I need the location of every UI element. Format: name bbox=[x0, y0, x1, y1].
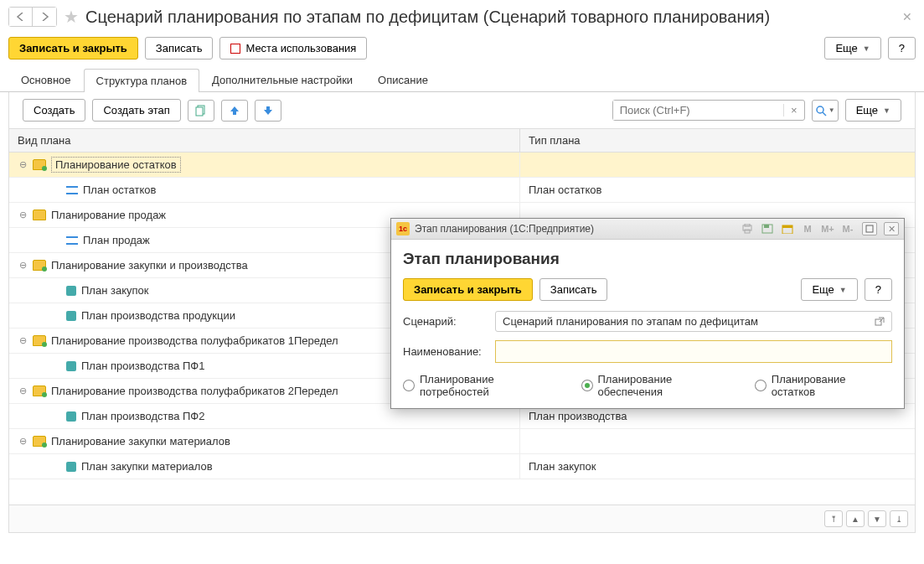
svg-rect-8 bbox=[764, 225, 769, 228]
move-down-button[interactable] bbox=[255, 100, 281, 122]
row-name-text: План закупки материалов bbox=[81, 460, 213, 473]
row-type-cell: План производства bbox=[520, 410, 915, 422]
folder-icon bbox=[33, 159, 46, 170]
tree-more-button[interactable]: Еще ▼ bbox=[845, 99, 901, 122]
expand-toggle-icon[interactable]: ⊖ bbox=[18, 436, 28, 447]
scroll-down-button[interactable]: ▼ bbox=[868, 510, 886, 527]
folder-icon bbox=[33, 335, 46, 346]
search-clear-icon[interactable]: × bbox=[783, 104, 804, 116]
svg-rect-10 bbox=[782, 225, 792, 228]
create-button[interactable]: Создать bbox=[23, 99, 85, 122]
nav-back-button[interactable] bbox=[9, 8, 33, 26]
dialog-save-and-close-button[interactable]: Записать и закрыть bbox=[403, 278, 533, 301]
dialog-close-button[interactable]: ✕ bbox=[884, 222, 899, 235]
row-name-cell: План остатков bbox=[9, 178, 520, 202]
copy-button[interactable] bbox=[188, 100, 214, 122]
expand-toggle-icon[interactable]: ⊖ bbox=[18, 210, 28, 220]
column-header-type[interactable]: Тип плана bbox=[520, 129, 915, 152]
scroll-top-button[interactable]: ⤒ bbox=[824, 510, 843, 527]
dialog-calendar-icon[interactable] bbox=[780, 222, 795, 235]
search-execute-button[interactable]: ▼ bbox=[812, 100, 839, 122]
expand-toggle-icon[interactable]: ⊖ bbox=[18, 159, 28, 170]
save-and-close-button[interactable]: Записать и закрыть bbox=[8, 37, 138, 60]
tree-header: Вид плана Тип плана bbox=[9, 129, 915, 153]
row-name-cell: ⊖Планирование закупки материалов bbox=[9, 429, 520, 453]
row-name-text: План производства ПФ1 bbox=[81, 360, 204, 372]
row-name-text: План остатков bbox=[83, 184, 156, 196]
row-name-text: План производства ПФ2 bbox=[81, 410, 204, 422]
plan-item-icon bbox=[66, 411, 76, 422]
tab-plan-structure[interactable]: Структура планов bbox=[84, 69, 199, 92]
open-link-icon[interactable] bbox=[868, 317, 885, 327]
tab-main[interactable]: Основное bbox=[8, 68, 84, 91]
dialog-minimize-button[interactable] bbox=[862, 222, 877, 235]
row-name-text: План продаж bbox=[83, 234, 150, 246]
chevron-down-icon: ▼ bbox=[839, 286, 847, 294]
save-button[interactable]: Записать bbox=[145, 37, 214, 60]
plan-item-icon bbox=[66, 311, 76, 321]
scroll-bottom-button[interactable]: ⤓ bbox=[890, 510, 908, 527]
usage-places-button[interactable]: Места использования bbox=[219, 37, 367, 60]
expand-toggle-icon[interactable]: ⊖ bbox=[18, 335, 28, 346]
more-button[interactable]: Еще ▼ bbox=[824, 37, 880, 60]
radio-icon bbox=[403, 380, 415, 391]
search-input[interactable] bbox=[613, 101, 783, 120]
radio-provision-label: Планирование обеспечения bbox=[598, 373, 740, 398]
row-name-text: Планирование остатков bbox=[51, 157, 181, 173]
scenario-field[interactable]: Сценарий планирования по этапам по дефиц… bbox=[495, 311, 892, 332]
radio-icon bbox=[581, 380, 593, 391]
expand-toggle-icon[interactable]: ⊖ bbox=[18, 385, 28, 396]
name-label: Наименование: bbox=[403, 345, 487, 358]
scroll-up-button[interactable]: ▲ bbox=[846, 510, 865, 527]
favorite-star-icon[interactable]: ★ bbox=[64, 7, 79, 27]
tree-group-row[interactable]: ⊖Планирование закупки материалов bbox=[9, 429, 915, 454]
row-name-text: Планирование продаж bbox=[51, 209, 166, 221]
dialog-help-button[interactable]: ? bbox=[865, 278, 892, 301]
nav-button-group bbox=[8, 7, 57, 27]
radio-provision[interactable]: Планирование обеспечения bbox=[581, 373, 740, 398]
dialog-more-label: Еще bbox=[812, 283, 834, 296]
plan-item-icon bbox=[66, 361, 76, 371]
dialog-mplus-button[interactable]: M+ bbox=[820, 222, 835, 235]
tree-toolbar: Создать Создать этап × ▼ Еще ▼ bbox=[8, 92, 916, 129]
tree-group-row[interactable]: ⊖Планирование остатков bbox=[9, 153, 915, 178]
scenario-label: Сценарий: bbox=[403, 315, 487, 328]
planning-type-radio-group: Планирование потребностей Планирование о… bbox=[403, 373, 892, 398]
dialog-more-button[interactable]: Еще ▼ bbox=[801, 278, 857, 301]
tab-bar: Основное Структура планов Дополнительные… bbox=[0, 68, 924, 92]
dialog-toolbar: Записать и закрыть Записать Еще ▼ ? bbox=[403, 278, 892, 301]
tree-item-row[interactable]: План остатковПлан остатков bbox=[9, 178, 915, 203]
svg-rect-11 bbox=[866, 225, 873, 232]
row-name-text: План производства продукции bbox=[81, 309, 235, 322]
row-name-text: Планирование производства полуфабрикатов… bbox=[51, 334, 338, 347]
move-up-button[interactable] bbox=[221, 100, 248, 122]
nav-forward-button[interactable] bbox=[33, 8, 56, 26]
folder-icon bbox=[33, 260, 46, 271]
dialog-mminus-button[interactable]: M- bbox=[840, 222, 855, 235]
dialog-save-icon[interactable] bbox=[760, 222, 775, 235]
scenario-row: Сценарий: Сценарий планирования по этапа… bbox=[403, 311, 892, 332]
tab-additional-settings[interactable]: Дополнительные настройки bbox=[199, 68, 365, 91]
scenario-value: Сценарий планирования по этапам по дефиц… bbox=[503, 315, 758, 328]
radio-icon bbox=[755, 380, 767, 391]
close-icon[interactable]: ✕ bbox=[899, 7, 916, 27]
dialog-print-icon[interactable] bbox=[740, 222, 755, 235]
dialog-titlebar[interactable]: 1c Этап планирования (1С:Предприятие) M … bbox=[391, 219, 904, 240]
help-button[interactable]: ? bbox=[888, 37, 916, 60]
expand-toggle-icon[interactable]: ⊖ bbox=[18, 260, 28, 271]
dialog-save-button[interactable]: Записать bbox=[539, 278, 608, 301]
tree-item-row[interactable]: План закупки материаловПлан закупок bbox=[9, 454, 915, 479]
radio-remains[interactable]: Планирование остатков bbox=[755, 373, 892, 398]
dialog-m-button[interactable]: M bbox=[800, 222, 815, 235]
create-stage-button[interactable]: Создать этап bbox=[92, 99, 180, 122]
column-header-name[interactable]: Вид плана bbox=[9, 129, 520, 152]
tab-description[interactable]: Описание bbox=[365, 68, 441, 91]
chevron-down-icon: ▼ bbox=[883, 106, 890, 115]
plan-item-icon bbox=[66, 462, 76, 472]
radio-needs[interactable]: Планирование потребностей bbox=[403, 373, 566, 398]
chevron-down-icon: ▼ bbox=[829, 106, 835, 114]
radio-remains-label: Планирование остатков bbox=[772, 373, 892, 398]
plan-item-icon bbox=[66, 286, 76, 296]
page-header: ★ Сценарий планирования по этапам по деф… bbox=[0, 0, 924, 34]
name-input[interactable] bbox=[495, 340, 892, 363]
